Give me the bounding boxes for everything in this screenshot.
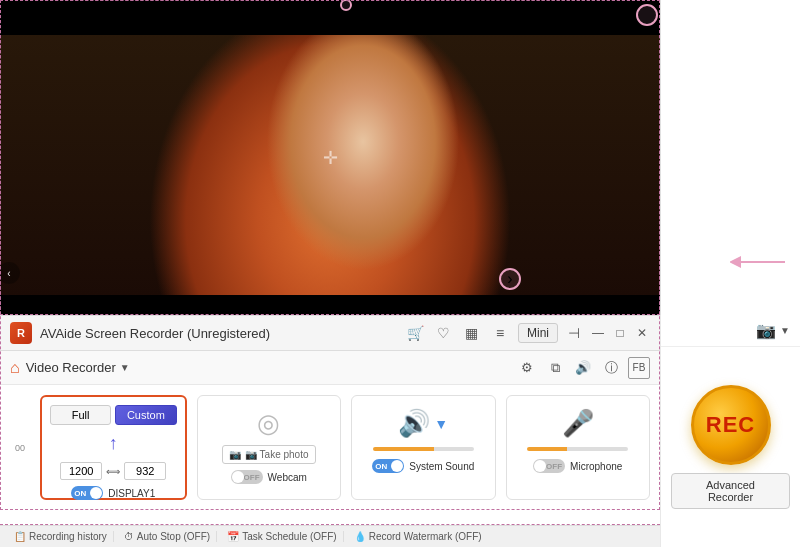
webcam-toggle-row: OFF Webcam [231,470,307,484]
microphone-panel: 🎤 OFF Microphone [506,395,651,500]
time-indicator: 00 [10,395,30,500]
height-input[interactable] [124,462,166,480]
camera-row: 📷 ▼ [661,315,800,347]
time-value: 00 [15,443,25,453]
upload-arrow-icon: ↑ [109,433,118,454]
recording-history-item[interactable]: 📋 Recording history [8,531,114,542]
arrow-annotation [730,250,790,274]
resize-handle-topright[interactable] [636,4,658,26]
recorder-type-selector[interactable]: Video Recorder ▼ [26,360,130,375]
video-bg: ✛ [0,0,660,315]
app-title: AVAide Screen Recorder (Unregistered) [40,326,398,341]
recorder-dropdown-arrow: ▼ [120,362,130,373]
toggle-on-label2: ON [375,462,387,471]
microphone-label: Microphone [570,461,622,472]
watermark-icon: 💧 [354,531,366,542]
rec-button[interactable]: REC [691,385,771,465]
microphone-slider[interactable] [527,447,628,451]
logo-letter: R [17,327,25,339]
take-photo-label: 📷 Take photo [245,449,309,460]
watermark-item[interactable]: 💧 Record Watermark (OFF) [348,531,488,542]
recording-history-text: Recording history [29,531,107,542]
microphone-toggle[interactable]: OFF [533,459,565,473]
sound-waves-icon: 🔊 [398,408,430,439]
size-buttons: Full Custom [50,405,177,425]
rec-area: REC Advanced Recorder [661,347,800,547]
auto-stop-item[interactable]: ⏱ Auto Stop (OFF) [118,531,217,542]
right-white-panel [660,0,800,315]
system-sound-toggle-row: ON System Sound [372,459,474,473]
microphone-toggle-row: OFF Microphone [533,459,622,473]
system-sound-label: System Sound [409,461,474,472]
full-button[interactable]: Full [50,405,111,425]
second-toolbar: ⌂ Video Recorder ▼ ⚙ ⧉ 🔊 ⓘ FB [0,351,660,385]
rec-label: REC [706,412,755,438]
task-schedule-text: Task Schedule (OFF) [242,531,336,542]
crosshair-icon: ✛ [320,148,340,168]
fb-icon[interactable]: FB [628,357,650,379]
webcam-label: Webcam [268,472,307,483]
user-icon[interactable]: ♡ [434,323,454,343]
resize-handle-right[interactable]: › [499,268,521,290]
sound-dropdown-arrow[interactable]: ▼ [434,416,448,432]
toggle-off-label2: OFF [546,462,562,471]
video-letterbox-top [0,0,660,35]
home-icon[interactable]: ⌂ [10,359,20,377]
toggle-on-label: ON [74,489,86,498]
bottom-dash-line [0,524,660,525]
watermark-text: Record Watermark (OFF) [369,531,482,542]
width-input[interactable] [60,462,102,480]
webcam-icon: ◎ [257,408,280,439]
system-sound-slider[interactable] [373,447,474,451]
camera-icon-small: 📷 [229,449,241,460]
auto-stop-text: Auto Stop (OFF) [137,531,210,542]
copy-icon[interactable]: ⧉ [544,357,566,379]
minimize-button[interactable]: — [590,325,606,341]
toggle-off-label: OFF [244,473,260,482]
auto-stop-icon: ⏱ [124,531,134,542]
main-content: 00 Full Custom ↑ ⟺ ON DISPLAY1 [0,385,660,510]
custom-button[interactable]: Custom [115,405,176,425]
maximize-button[interactable]: □ [612,325,628,341]
camera-capture-icon[interactable]: 📷 [756,321,776,340]
arrow-svg [730,250,790,274]
swap-icon: ⟺ [106,466,120,477]
app-toolbar: R AVAide Screen Recorder (Unregistered) … [0,315,660,351]
system-sound-toggle[interactable]: ON [372,459,404,473]
second-toolbar-icons: ⚙ ⧉ 🔊 ⓘ FB [516,357,650,379]
display-label: DISPLAY1 [108,488,155,499]
display-toggle[interactable]: ON [71,486,103,500]
webcam-toggle[interactable]: OFF [231,470,263,484]
microphone-icon: 🎤 [562,408,594,439]
camera-dropdown-arrow[interactable]: ▼ [780,325,790,336]
app-window: ✛ ‹ › R AVAide S [0,0,800,547]
close-button[interactable]: ✕ [634,325,650,341]
info-icon[interactable]: ⓘ [600,357,622,379]
mini-button[interactable]: Mini [518,323,558,343]
webcam-panel: ◎ 📷 📷 Take photo OFF Webcam [197,395,342,500]
app-logo: R [10,322,32,344]
settings-icon[interactable]: ⚙ [516,357,538,379]
recording-area-panel: Full Custom ↑ ⟺ ON DISPLAY1 [40,395,187,500]
task-schedule-icon: 📅 [227,531,239,542]
right-sidebar: 📷 ▼ REC Advanced Recorder [660,315,800,547]
unpin-icon[interactable]: ⊣ [564,323,584,343]
take-photo-button[interactable]: 📷 📷 Take photo [222,445,316,464]
menu-icon[interactable]: ≡ [490,323,510,343]
cart-icon[interactable]: 🛒 [406,323,426,343]
video-letterbox-bottom [0,295,660,315]
window-controls: Mini ⊣ — □ ✕ [518,323,650,343]
video-preview: ✛ ‹ › [0,0,660,315]
toolbar-icons: 🛒 ♡ ▦ ≡ [406,323,510,343]
recorder-type-label: Video Recorder [26,360,116,375]
chat-icon[interactable]: ▦ [462,323,482,343]
status-bar: 📋 Recording history ⏱ Auto Stop (OFF) 📅 … [0,525,660,547]
task-schedule-item[interactable]: 📅 Task Schedule (OFF) [221,531,343,542]
advanced-recorder-button[interactable]: Advanced Recorder [671,473,790,509]
sound-icon[interactable]: 🔊 [572,357,594,379]
dimensions-row: ⟺ [60,462,166,480]
display-toggle-row: ON DISPLAY1 [71,486,155,500]
recording-history-icon: 📋 [14,531,26,542]
system-sound-panel: 🔊 ▼ ON System Sound [351,395,496,500]
speaker-icon: 🔊 ▼ [398,408,448,439]
